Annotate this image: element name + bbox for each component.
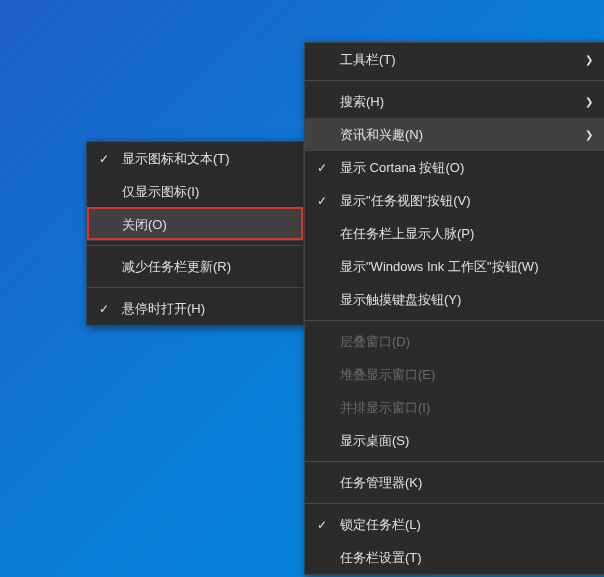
menu-label: 显示桌面(S) bbox=[340, 432, 409, 450]
menu-label: 锁定任务栏(L) bbox=[340, 516, 421, 534]
menu-separator bbox=[305, 80, 604, 81]
menu-item-windows-ink[interactable]: 显示"Windows Ink 工作区"按钮(W) bbox=[305, 250, 604, 283]
submenu-item-reduce-updates[interactable]: 减少任务栏更新(R) bbox=[87, 250, 303, 283]
chevron-right-icon: ❯ bbox=[585, 96, 593, 107]
menu-label: 堆叠显示窗口(E) bbox=[340, 366, 435, 384]
menu-item-side-by-side: 并排显示窗口(I) bbox=[305, 391, 604, 424]
submenu-label: 关闭(O) bbox=[122, 216, 167, 234]
menu-label: 层叠窗口(D) bbox=[340, 333, 410, 351]
taskbar-context-menu: 工具栏(T) ❯ 搜索(H) ❯ 资讯和兴趣(N) ❯ ✓ 显示 Cortana… bbox=[304, 42, 604, 575]
menu-item-task-view[interactable]: ✓ 显示"任务视图"按钮(V) bbox=[305, 184, 604, 217]
menu-item-stacked: 堆叠显示窗口(E) bbox=[305, 358, 604, 391]
menu-label: 资讯和兴趣(N) bbox=[340, 126, 423, 144]
menu-separator bbox=[87, 287, 303, 288]
menu-separator bbox=[87, 245, 303, 246]
menu-label: 搜索(H) bbox=[340, 93, 384, 111]
submenu-item-show-icon-text[interactable]: ✓ 显示图标和文本(T) bbox=[87, 142, 303, 175]
submenu: ✓ 显示图标和文本(T) 仅显示图标(I) 关闭(O) 减少任务栏更新(R) ✓… bbox=[86, 141, 304, 326]
submenu-item-close[interactable]: 关闭(O) bbox=[87, 208, 303, 241]
menu-item-show-desktop[interactable]: 显示桌面(S) bbox=[305, 424, 604, 457]
menu-item-lock-taskbar[interactable]: ✓ 锁定任务栏(L) bbox=[305, 508, 604, 541]
menu-label: 并排显示窗口(I) bbox=[340, 399, 430, 417]
menu-item-people[interactable]: 在任务栏上显示人脉(P) bbox=[305, 217, 604, 250]
menu-label: 工具栏(T) bbox=[340, 51, 396, 69]
menu-label: 任务栏设置(T) bbox=[340, 549, 422, 567]
check-icon: ✓ bbox=[99, 302, 109, 316]
menu-item-cortana-button[interactable]: ✓ 显示 Cortana 按钮(O) bbox=[305, 151, 604, 184]
menu-label: 显示 Cortana 按钮(O) bbox=[340, 159, 464, 177]
submenu-item-open-on-hover[interactable]: ✓ 悬停时打开(H) bbox=[87, 292, 303, 325]
menu-label: 在任务栏上显示人脉(P) bbox=[340, 225, 474, 243]
menu-separator bbox=[305, 461, 604, 462]
check-icon: ✓ bbox=[99, 152, 109, 166]
menu-item-taskbar-settings[interactable]: 任务栏设置(T) bbox=[305, 541, 604, 574]
submenu-label: 减少任务栏更新(R) bbox=[122, 258, 231, 276]
menu-label: 显示"Windows Ink 工作区"按钮(W) bbox=[340, 258, 538, 276]
menu-item-task-manager[interactable]: 任务管理器(K) bbox=[305, 466, 604, 499]
menu-label: 任务管理器(K) bbox=[340, 474, 422, 492]
submenu-label: 悬停时打开(H) bbox=[122, 300, 205, 318]
check-icon: ✓ bbox=[317, 518, 327, 532]
chevron-right-icon: ❯ bbox=[585, 129, 593, 140]
menu-label: 显示触摸键盘按钮(Y) bbox=[340, 291, 461, 309]
submenu-label: 仅显示图标(I) bbox=[122, 183, 199, 201]
menu-separator bbox=[305, 320, 604, 321]
check-icon: ✓ bbox=[317, 161, 327, 175]
menu-item-cascade: 层叠窗口(D) bbox=[305, 325, 604, 358]
check-icon: ✓ bbox=[317, 194, 327, 208]
menu-item-search[interactable]: 搜索(H) ❯ bbox=[305, 85, 604, 118]
submenu-label: 显示图标和文本(T) bbox=[122, 150, 230, 168]
menu-item-news-interests[interactable]: 资讯和兴趣(N) ❯ bbox=[305, 118, 604, 151]
menu-item-toolbars[interactable]: 工具栏(T) ❯ bbox=[305, 43, 604, 76]
submenu-item-icon-only[interactable]: 仅显示图标(I) bbox=[87, 175, 303, 208]
menu-separator bbox=[305, 503, 604, 504]
menu-item-touch-keyboard[interactable]: 显示触摸键盘按钮(Y) bbox=[305, 283, 604, 316]
chevron-right-icon: ❯ bbox=[585, 54, 593, 65]
menu-label: 显示"任务视图"按钮(V) bbox=[340, 192, 471, 210]
